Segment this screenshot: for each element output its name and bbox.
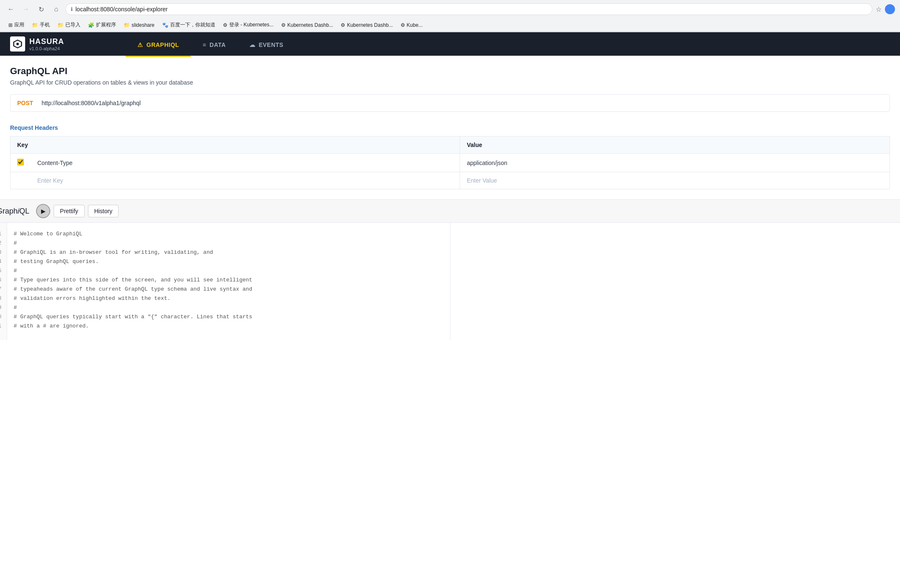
bookmark-label: 百度一下，你就知道: [170, 21, 215, 28]
graphiql-tab-label: GRAPHIQL: [147, 41, 179, 48]
hasura-brand: HASURA v1.0.0-alpha24: [0, 32, 126, 56]
bookmark-k8s-dash1[interactable]: ⚙ Kubernetes Dashb...: [278, 21, 336, 29]
content-type-key: Content-Type: [31, 154, 460, 172]
content-type-checkbox[interactable]: [17, 159, 24, 165]
data-tab-icon: ≡: [202, 41, 206, 48]
hasura-logo: [10, 36, 25, 52]
graphiql-toolbar: GraphiQL ▶ Prettify History: [0, 200, 900, 223]
baidu-icon: 🐾: [162, 22, 168, 28]
browser-chrome: ← → ↻ ⌂ ℹ ☆ ⊞ 应用 📁 手机 📁 已导入 🧩 扩展程序 📁 sli…: [0, 0, 900, 32]
line-numbers: 1 2 3 4 5 6 7 8 9 10 11: [0, 223, 7, 340]
bookmark-apps[interactable]: ⊞ 应用: [5, 20, 28, 30]
bookmark-label: 手机: [40, 21, 50, 28]
code-line: #: [14, 303, 443, 312]
checkbox-cell: [10, 154, 31, 172]
k8s-icon1: ⚙: [223, 22, 228, 28]
bookmark-label: Kubernetes Dashb...: [347, 22, 393, 28]
prettify-button[interactable]: Prettify: [54, 205, 85, 217]
line-number: 6: [0, 276, 2, 285]
apps-icon: ⊞: [8, 22, 13, 28]
bookmark-label: 已导入: [65, 21, 80, 28]
endpoint-container: POST http://localhost:8080/v1alpha1/grap…: [10, 94, 890, 112]
code-line: # GraphiQL is an in-browser tool for wri…: [14, 248, 443, 257]
code-line: #: [14, 239, 443, 248]
bookmark-label: Kubernetes Dashb...: [287, 22, 333, 28]
folder-icon: 📁: [57, 22, 64, 28]
phone-icon: 📁: [32, 22, 38, 28]
extension-button[interactable]: [885, 4, 895, 14]
puzzle-icon: 🧩: [88, 22, 94, 28]
page-title: GraphQL API: [10, 66, 890, 77]
line-number: 4: [0, 257, 2, 266]
line-number: 1: [0, 230, 2, 239]
code-line: #: [14, 266, 443, 276]
run-button[interactable]: ▶: [36, 204, 50, 218]
forward-button[interactable]: →: [20, 3, 32, 15]
code-line: # with a # are ignored.: [14, 322, 443, 331]
hasura-nav: ⚠ GRAPHIQL ≡ DATA ☁ EVENTS: [126, 32, 900, 56]
bookmark-label: 扩展程序: [96, 21, 116, 28]
line-number: 5: [0, 266, 2, 276]
code-editor[interactable]: # Welcome to GraphiQL## GraphiQL is an i…: [7, 223, 450, 340]
events-tab-label: EVENTS: [259, 41, 283, 48]
tab-events[interactable]: ☁ EVENTS: [238, 34, 295, 57]
address-input[interactable]: [75, 6, 867, 13]
header-row-content-type: Content-Type application/json: [10, 154, 890, 172]
main-content: GraphQL API GraphQL API for CRUD operati…: [0, 56, 900, 189]
hasura-name-block: HASURA v1.0.0-alpha24: [29, 37, 64, 51]
address-bar-container: ℹ: [65, 3, 872, 15]
code-line: # typeaheads aware of the current GraphQ…: [14, 285, 443, 294]
line-number: 8: [0, 294, 2, 303]
code-line: # GraphQL queries typically start with a…: [14, 312, 443, 322]
history-button[interactable]: History: [88, 205, 119, 217]
data-tab-label: DATA: [209, 41, 226, 48]
back-button[interactable]: ←: [5, 3, 17, 15]
code-line: # validation errors highlighted within t…: [14, 294, 443, 303]
bookmark-baidu[interactable]: 🐾 百度一下，你就知道: [159, 20, 219, 30]
bookmark-extensions[interactable]: 🧩 扩展程序: [85, 20, 119, 30]
bookmark-bar: ⊞ 应用 📁 手机 📁 已导入 🧩 扩展程序 📁 slideshare 🐾 百度…: [0, 18, 900, 32]
code-line: # Type queries into this side of the scr…: [14, 276, 443, 285]
bookmark-slideshare[interactable]: 📁 slideshare: [120, 21, 158, 29]
value-header: Value: [460, 137, 890, 154]
bookmark-label: 登录 - Kubernetes...: [229, 21, 274, 28]
result-panel: [450, 223, 900, 340]
bookmark-k8s-dash2[interactable]: ⚙ Kubernetes Dashb...: [337, 21, 396, 29]
folder-icon2: 📁: [124, 22, 130, 28]
line-number: 2: [0, 239, 2, 248]
hasura-name: HASURA: [29, 37, 64, 46]
bookmark-kube[interactable]: ⚙ Kube...: [397, 21, 426, 29]
method-badge: POST: [17, 100, 33, 106]
graphiql-title: GraphiQL: [0, 207, 29, 216]
svg-point-0: [16, 43, 19, 45]
bookmark-label: slideshare: [132, 22, 155, 28]
events-tab-icon: ☁: [249, 41, 256, 48]
k8s-icon2: ⚙: [281, 22, 286, 28]
graphiql-section: GraphiQL ▶ Prettify History 1 2 3 4 5 6 …: [0, 199, 900, 340]
line-number: 10: [0, 312, 2, 322]
k8s-icon3: ⚙: [341, 22, 345, 28]
bookmark-k8s-login[interactable]: ⚙ 登录 - Kubernetes...: [220, 20, 277, 30]
hasura-logo-icon: [13, 39, 23, 49]
bookmark-phone[interactable]: 📁 手机: [28, 20, 53, 30]
home-button[interactable]: ⌂: [50, 3, 62, 15]
headers-table: Key Value Content-Type application/json …: [10, 136, 890, 189]
bookmark-imported[interactable]: 📁 已导入: [54, 20, 84, 30]
reload-button[interactable]: ↻: [35, 3, 47, 15]
line-number: 11: [0, 322, 2, 331]
page-description: GraphQL API for CRUD operations on table…: [10, 79, 890, 86]
code-line: # Welcome to GraphiQL: [14, 230, 443, 239]
content-type-value: application/json: [460, 154, 890, 172]
empty-key-cell[interactable]: Enter Key: [31, 172, 460, 189]
tab-graphiql[interactable]: ⚠ GRAPHIQL: [126, 34, 191, 57]
browser-toolbar: ← → ↻ ⌂ ℹ ☆: [0, 0, 900, 18]
k8s-icon4: ⚙: [401, 22, 405, 28]
tab-data[interactable]: ≡ DATA: [191, 34, 237, 57]
bookmark-star-button[interactable]: ☆: [876, 5, 882, 13]
secure-icon: ℹ: [71, 6, 73, 12]
graphiql-editor: 1 2 3 4 5 6 7 8 9 10 11 # Welcome to Gra…: [0, 223, 900, 340]
code-line: # testing GraphQL queries.: [14, 257, 443, 266]
empty-value-cell[interactable]: Enter Value: [460, 172, 890, 189]
bookmark-label: 应用: [14, 21, 24, 28]
empty-checkbox-cell: [10, 172, 31, 189]
